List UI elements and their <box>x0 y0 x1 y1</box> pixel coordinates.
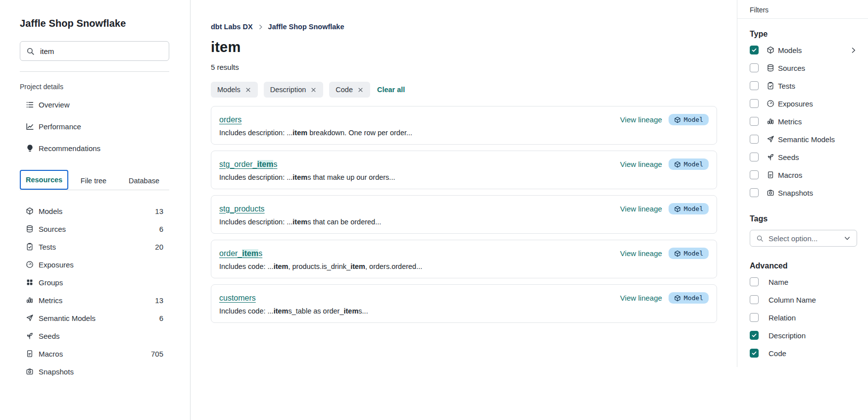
filter-advanced-column-name[interactable]: Column Name <box>750 291 857 309</box>
checkbox-unchecked[interactable] <box>750 170 759 179</box>
filter-type-exposures[interactable]: Exposures <box>750 95 857 112</box>
filters-body: Type ModelsSourcesTestsExposuresMetricsS… <box>737 30 868 362</box>
result-title-link[interactable]: order_items <box>219 249 262 258</box>
filter-advanced-relation[interactable]: Relation <box>750 309 857 326</box>
snapshots-icon <box>767 189 774 197</box>
tab-database[interactable]: Database <box>119 172 169 190</box>
filter-chip-description[interactable]: Description <box>264 82 324 98</box>
checkbox-unchecked[interactable] <box>750 135 759 144</box>
macros-icon <box>767 171 774 179</box>
resource-item-snapshots[interactable]: Snapshots <box>20 363 169 380</box>
filter-type-tests[interactable]: Tests <box>750 77 857 95</box>
close-icon[interactable] <box>310 87 317 93</box>
nav-item-overview[interactable]: Overview <box>20 94 169 115</box>
project-title: Jaffle Shop Snowflake <box>20 18 169 29</box>
resource-label: Exposures <box>39 261 74 269</box>
breadcrumb-project[interactable]: Jaffle Shop Snowflake <box>268 23 344 31</box>
checkbox-unchecked[interactable] <box>750 117 759 126</box>
filter-type-macros[interactable]: Macros <box>750 166 857 184</box>
resource-item-metrics[interactable]: Metrics13 <box>20 291 169 309</box>
resource-count: 6 <box>159 225 163 233</box>
description-text: Includes description: ... <box>219 218 292 226</box>
model-badge-label: Model <box>684 205 703 212</box>
result-card-actions: View lineageModel <box>620 203 709 214</box>
filter-chip-code[interactable]: Code <box>329 82 370 98</box>
tab-file-tree[interactable]: File tree <box>68 172 119 190</box>
nav-item-recommendations[interactable]: Recommendations <box>20 137 169 159</box>
result-title-link[interactable]: stg_order_items <box>219 160 277 169</box>
filter-advanced-description[interactable]: Description <box>750 326 857 344</box>
checkbox-unchecked[interactable] <box>750 81 759 90</box>
close-icon[interactable] <box>357 87 364 93</box>
checkbox-checked[interactable] <box>750 331 759 340</box>
checkbox-unchecked[interactable] <box>750 153 759 161</box>
description-text: , orders.ordered... <box>365 262 422 270</box>
result-title-link[interactable]: orders <box>219 115 241 124</box>
title-text: stg_order_ <box>219 160 257 168</box>
filter-advanced-code[interactable]: Code <box>750 344 857 362</box>
checkbox-unchecked[interactable] <box>750 188 759 197</box>
result-description: Includes description: ...item breakdown.… <box>219 129 709 137</box>
result-card-actions: View lineageModel <box>620 248 709 259</box>
breadcrumb-account[interactable]: dbt Labs DX <box>211 23 253 31</box>
tags-select[interactable]: Select option... <box>750 230 857 247</box>
project-search[interactable] <box>20 41 169 61</box>
filter-type-metrics[interactable]: Metrics <box>750 112 857 130</box>
description-text: s that make up our orders... <box>307 173 395 181</box>
tab-resources[interactable]: Resources <box>20 170 68 190</box>
filter-chip-models[interactable]: Models <box>211 82 258 98</box>
match-bold: item <box>292 129 307 137</box>
clear-all-link[interactable]: Clear all <box>377 86 405 94</box>
result-description: Includes code: ...items_table as order_i… <box>219 307 709 315</box>
checkbox-unchecked[interactable] <box>750 99 759 108</box>
semantic-models-icon <box>767 135 774 143</box>
view-lineage-link[interactable]: View lineage <box>620 115 662 124</box>
filter-advanced-name[interactable]: Name <box>750 273 857 291</box>
resource-item-seeds[interactable]: Seeds <box>20 327 169 345</box>
filter-option-label: Models <box>778 46 802 54</box>
result-card-header: stg_order_itemsView lineageModel <box>219 158 709 170</box>
result-title-link[interactable]: stg_products <box>219 205 265 213</box>
checkbox-unchecked[interactable] <box>750 313 759 322</box>
app-window: Jaffle Shop Snowflake Project details Ov… <box>0 0 868 420</box>
filter-type-seeds[interactable]: Seeds <box>750 148 857 166</box>
resource-item-exposures[interactable]: Exposures <box>20 256 169 273</box>
filter-option-label: Seeds <box>778 153 799 161</box>
resource-item-macros[interactable]: Macros705 <box>20 345 169 363</box>
filter-type-snapshots[interactable]: Snapshots <box>750 184 857 202</box>
match-bold: item <box>344 307 359 315</box>
resource-item-tests[interactable]: Tests20 <box>20 238 169 256</box>
checkbox-unchecked[interactable] <box>750 277 759 286</box>
chevron-right-icon[interactable] <box>850 47 857 54</box>
metrics-icon <box>26 296 34 304</box>
result-title-link[interactable]: customers <box>219 294 256 303</box>
resource-item-sources[interactable]: Sources6 <box>20 220 169 238</box>
filter-type-semantic-models[interactable]: Semantic Models <box>750 130 857 148</box>
resource-label: Sources <box>39 225 66 233</box>
view-lineage-link[interactable]: View lineage <box>620 160 662 168</box>
checkbox-unchecked[interactable] <box>750 295 759 304</box>
model-badge: Model <box>669 114 709 125</box>
filter-option-label: Column Name <box>769 296 816 304</box>
resource-item-groups[interactable]: Groups <box>20 273 169 291</box>
match-highlight: item <box>257 160 274 168</box>
checkbox-checked[interactable] <box>750 349 759 358</box>
models-icon <box>767 46 774 54</box>
result-card-header: order_itemsView lineageModel <box>219 248 709 259</box>
checkbox-checked[interactable] <box>750 46 759 54</box>
model-badge-label: Model <box>684 160 703 168</box>
project-nav: OverviewPerformanceRecommendations <box>20 94 169 159</box>
recommendations-icon <box>26 144 34 153</box>
filter-type-models[interactable]: Models <box>750 41 857 59</box>
nav-item-performance[interactable]: Performance <box>20 115 169 137</box>
resource-item-models[interactable]: Models13 <box>20 202 169 220</box>
checkbox-unchecked[interactable] <box>750 63 759 72</box>
view-lineage-link[interactable]: View lineage <box>620 249 662 258</box>
view-lineage-link[interactable]: View lineage <box>620 205 662 213</box>
resource-item-semantic-models[interactable]: Semantic Models6 <box>20 309 169 327</box>
close-icon[interactable] <box>245 87 251 93</box>
search-input[interactable] <box>40 47 163 55</box>
sources-icon <box>26 225 34 233</box>
view-lineage-link[interactable]: View lineage <box>620 294 662 302</box>
filter-type-sources[interactable]: Sources <box>750 59 857 77</box>
